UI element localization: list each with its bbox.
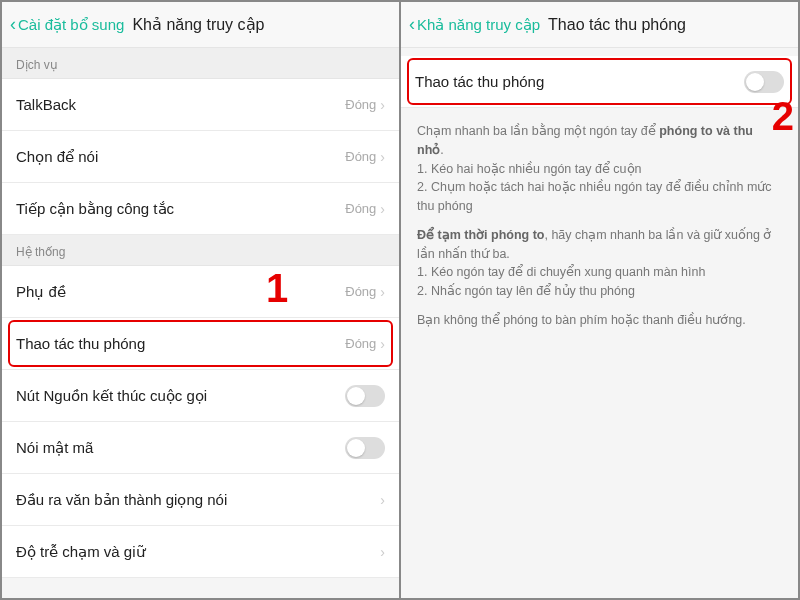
chevron-right-icon: › (380, 544, 385, 560)
header-right: ‹ Khả năng truy cập Thao tác thu phóng (401, 2, 798, 48)
row-label: Phụ đề (16, 283, 66, 301)
settings-row[interactable]: Độ trễ chạm và giữ› (2, 526, 399, 578)
row-status: Đóng (345, 149, 376, 164)
chevron-right-icon: › (380, 284, 385, 300)
back-button-left[interactable]: ‹ Cài đặt bổ sung (10, 14, 124, 35)
row-status: Đóng (345, 97, 376, 112)
chevron-right-icon: › (380, 201, 385, 217)
toggle-switch[interactable] (345, 437, 385, 459)
toggle-switch[interactable] (345, 385, 385, 407)
settings-row[interactable]: Đầu ra văn bản thành giọng nói› (2, 474, 399, 526)
settings-row[interactable]: Phụ đềĐóng› (2, 266, 399, 318)
chevron-right-icon: › (380, 149, 385, 165)
page-title-left: Khả năng truy cập (132, 15, 264, 34)
back-label: Khả năng truy cập (417, 16, 540, 34)
settings-row[interactable]: Thao tác thu phóngĐóng› (2, 318, 399, 370)
section-header-services: Dịch vụ (2, 48, 399, 79)
settings-row[interactable]: Chọn để nóiĐóng› (2, 131, 399, 183)
row-label: Độ trễ chạm và giữ (16, 543, 146, 561)
zoom-gesture-toggle[interactable] (744, 71, 784, 93)
zoom-gesture-toggle-row[interactable]: Thao tác thu phóng (401, 56, 798, 108)
settings-row[interactable]: Tiếp cận bằng công tắcĐóng› (2, 183, 399, 235)
row-label: TalkBack (16, 96, 76, 113)
settings-row[interactable]: TalkBackĐóng› (2, 79, 399, 131)
settings-row[interactable]: Nút Nguồn kết thúc cuộc gọi (2, 370, 399, 422)
row-status: Đóng (345, 284, 376, 299)
right-pane: ‹ Khả năng truy cập Thao tác thu phóng T… (401, 2, 798, 598)
header-left: ‹ Cài đặt bổ sung Khả năng truy cập (2, 2, 399, 48)
row-label: Nút Nguồn kết thúc cuộc gọi (16, 387, 207, 405)
chevron-left-icon: ‹ (409, 14, 415, 35)
toggle-label: Thao tác thu phóng (415, 73, 544, 90)
back-button-right[interactable]: ‹ Khả năng truy cập (409, 14, 540, 35)
row-label: Thao tác thu phóng (16, 335, 145, 352)
row-label: Tiếp cận bằng công tắc (16, 200, 174, 218)
row-label: Chọn để nói (16, 148, 98, 166)
description-text: Chạm nhanh ba lần bằng một ngón tay để p… (401, 108, 798, 354)
row-status: Đóng (345, 336, 376, 351)
back-label: Cài đặt bổ sung (18, 16, 124, 34)
chevron-right-icon: › (380, 97, 385, 113)
chevron-right-icon: › (380, 492, 385, 508)
page-title-right: Thao tác thu phóng (548, 16, 686, 34)
left-pane: ‹ Cài đặt bổ sung Khả năng truy cập Dịch… (2, 2, 399, 598)
row-label: Đầu ra văn bản thành giọng nói (16, 491, 227, 509)
row-status: Đóng (345, 201, 376, 216)
row-label: Nói mật mã (16, 439, 93, 457)
settings-row[interactable]: Nói mật mã (2, 422, 399, 474)
section-header-system: Hệ thống (2, 235, 399, 266)
chevron-left-icon: ‹ (10, 14, 16, 35)
chevron-right-icon: › (380, 336, 385, 352)
